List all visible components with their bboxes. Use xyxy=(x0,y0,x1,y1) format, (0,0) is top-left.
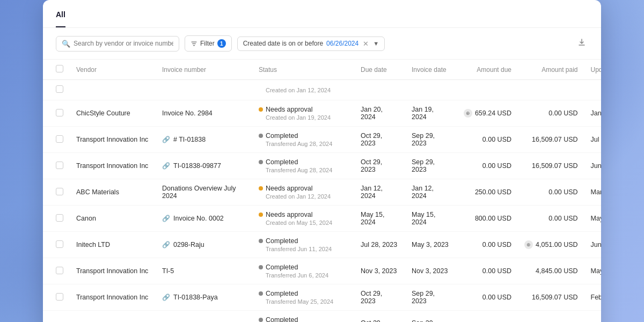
table-header-row: Vendor Invoice number Status Due date In… xyxy=(43,60,601,80)
status-dot xyxy=(259,318,263,322)
invoices-table-container: Vendor Invoice number Status Due date In… xyxy=(43,60,601,322)
row-amount-due xyxy=(456,80,518,100)
status-label: Completed xyxy=(266,264,298,271)
row-checkbox[interactable] xyxy=(56,109,63,116)
row-checkbox[interactable] xyxy=(56,188,63,195)
row-checkbox[interactable] xyxy=(56,85,63,93)
row-status: Needs approval Created on May 15, 2024 xyxy=(252,206,354,232)
table-row[interactable]: Transport Innovation Inc 🔗 TI-01838-Aust… xyxy=(43,311,601,323)
row-status-sub: Created on Jan 12, 2024 xyxy=(266,87,348,93)
row-invoice-date: Jan 19, 2024 xyxy=(405,100,456,127)
status-sub: Transferred Aug 28, 2024 xyxy=(266,141,348,147)
row-checkbox[interactable] xyxy=(56,240,63,248)
col-amount-paid: Amount paid xyxy=(518,60,584,80)
row-due-date: May 15, 2024 xyxy=(354,206,405,232)
row-checkbox[interactable] xyxy=(56,214,63,222)
row-invoice: 🔗 Invoice No. 0002 xyxy=(156,206,252,232)
row-amount-paid: 0.00 USD xyxy=(518,179,584,206)
select-all-checkbox[interactable] xyxy=(56,65,63,72)
row-update: May xyxy=(584,206,601,232)
row-invoice xyxy=(156,80,252,100)
table-row[interactable]: Transport Innovation Inc TI-5 Completed … xyxy=(43,258,601,284)
table-row[interactable]: Created on Jan 12, 2024 xyxy=(43,80,601,100)
col-vendor: Vendor xyxy=(70,60,156,80)
tab-all[interactable]: All xyxy=(56,10,65,27)
link-icon: 🔗 xyxy=(162,241,170,248)
crypto-icon: ⊕ xyxy=(464,109,472,118)
row-vendor: Transport Innovation Inc xyxy=(70,311,156,323)
row-status: Completed Transferred May 25, 2024 xyxy=(252,284,354,311)
download-button[interactable] xyxy=(575,36,588,51)
row-status: Created on Jan 12, 2024 xyxy=(252,80,354,100)
row-checkbox[interactable] xyxy=(56,267,63,274)
status-label: Completed xyxy=(266,237,298,245)
chevron-down-icon[interactable]: ▼ xyxy=(373,40,379,47)
row-amount-due: 250.00 USD xyxy=(456,179,518,206)
status-dot xyxy=(259,186,263,191)
table-row[interactable]: ABC Materials Donations Overview July 20… xyxy=(43,179,601,206)
search-box[interactable]: 🔍 xyxy=(56,36,179,52)
row-vendor: Transport Innovation Inc xyxy=(70,258,156,284)
row-invoice-date: Sep 29, 2023 xyxy=(405,284,456,311)
col-update: Upd xyxy=(584,60,601,80)
row-status: Needs approval Created on Jan 19, 2024 xyxy=(252,100,354,127)
row-vendor: ABC Materials xyxy=(70,179,156,206)
row-due-date: Nov 3, 2023 xyxy=(354,258,405,284)
row-update: Mar xyxy=(584,179,601,206)
search-input[interactable] xyxy=(74,40,173,47)
row-vendor: Transport Innovation Inc xyxy=(70,284,156,311)
row-checkbox[interactable] xyxy=(56,293,63,301)
filter-clear-button[interactable]: ✕ xyxy=(363,40,369,48)
status-sub: Created on May 15, 2024 xyxy=(266,219,348,226)
row-invoice: 🔗 TI-01838-09877 xyxy=(156,153,252,179)
table-row[interactable]: Transport Innovation Inc 🔗 # TI-01838 Co… xyxy=(43,127,601,153)
row-vendor: Transport Innovation Inc xyxy=(70,127,156,153)
row-checkbox[interactable] xyxy=(56,135,63,143)
row-invoice: 🔗 # TI-01838 xyxy=(156,127,252,153)
table-body: Created on Jan 12, 2024 ChicStyle Coutur… xyxy=(43,80,601,323)
status-dot xyxy=(259,291,263,296)
link-icon: 🔗 xyxy=(162,162,170,170)
row-vendor: Canon xyxy=(70,206,156,232)
row-amount-paid: 16,509.07 USD xyxy=(518,284,584,311)
row-invoice: Invoice No. 2984 xyxy=(156,100,252,127)
row-due-date: Oct 29, 2023 xyxy=(354,127,405,153)
row-invoice-date: Nov 3, 2023 xyxy=(405,258,456,284)
row-amount-paid: 0.00 USD xyxy=(518,206,584,232)
filter-condition-chip[interactable]: Created date is on or before 06/26/2024 … xyxy=(237,36,385,51)
status-sub: Transferred Aug 28, 2024 xyxy=(266,167,348,173)
row-status: Needs approval Created on Jan 12, 2024 xyxy=(252,179,354,206)
table-row[interactable]: Canon 🔗 Invoice No. 0002 Needs approval … xyxy=(43,206,601,232)
row-amount-paid xyxy=(518,80,584,100)
status-label: Completed xyxy=(266,158,298,166)
table-row[interactable]: Transport Innovation Inc 🔗 TI-01838-Paya… xyxy=(43,284,601,311)
row-vendor: Transport Innovation Inc xyxy=(70,153,156,179)
row-amount-paid: ⊕4,051.00 USD xyxy=(518,232,584,258)
row-update: Apr xyxy=(584,311,601,323)
row-amount-due: ⊕659.24 USD xyxy=(456,100,518,127)
row-checkbox[interactable] xyxy=(56,162,63,169)
row-update: Feb xyxy=(584,284,601,311)
row-amount-due: 800.00 USD xyxy=(456,206,518,232)
status-label: Needs approval xyxy=(266,211,313,218)
table-row[interactable]: Transport Innovation Inc 🔗 TI-01838-0987… xyxy=(43,153,601,179)
filter-condition-text: Created date is on or before xyxy=(243,40,323,47)
table-row[interactable]: ChicStyle Couture Invoice No. 2984 Needs… xyxy=(43,100,601,127)
crypto-icon: ⊕ xyxy=(524,240,533,249)
row-due-date: Oct 29, 2023 xyxy=(354,311,405,323)
col-amount-due: Amount due xyxy=(456,60,518,80)
row-update: Jun xyxy=(584,232,601,258)
col-invoice-date: Invoice date xyxy=(405,60,456,80)
row-update: Jan xyxy=(584,100,601,127)
row-amount-due: 0.00 USD xyxy=(456,284,518,311)
status-sub: Created on Jan 12, 2024 xyxy=(266,193,348,200)
card-header: All xyxy=(43,0,601,28)
table-row[interactable]: Initech LTD 🔗 0298-Raju Completed Transf… xyxy=(43,232,601,258)
col-due-date: Due date xyxy=(354,60,405,80)
filter-icon xyxy=(191,40,197,47)
row-update xyxy=(584,80,601,100)
filter-button[interactable]: Filter 1 xyxy=(185,35,232,52)
status-label: Completed xyxy=(266,132,298,140)
status-dot xyxy=(259,134,263,138)
row-invoice-date: Sep 29, 2023 xyxy=(405,127,456,153)
